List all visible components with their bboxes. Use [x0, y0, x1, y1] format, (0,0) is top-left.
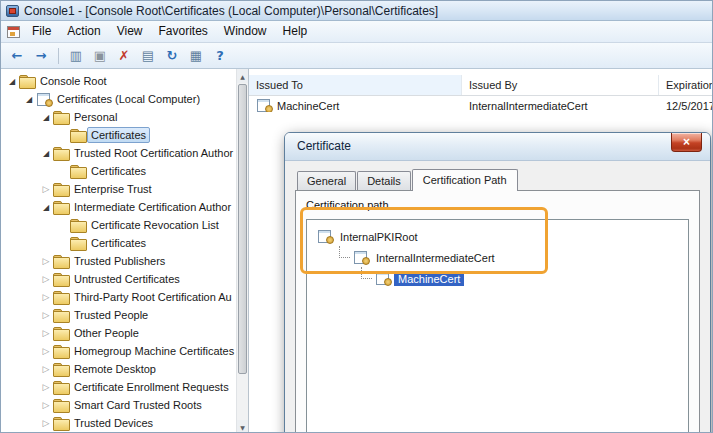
- tree-item-label: Console Root: [36, 73, 111, 89]
- tree-item-other-people[interactable]: ▷Other People: [1, 324, 236, 342]
- dialog-tabs: GeneralDetailsCertification Path: [295, 169, 700, 190]
- folder-icon: [53, 111, 70, 124]
- tab-certification-path[interactable]: Certification Path: [412, 169, 518, 191]
- menu-item-help[interactable]: Help: [275, 21, 316, 42]
- tree-item-label: Trusted Devices: [70, 415, 157, 431]
- back-icon[interactable]: ←: [6, 46, 28, 66]
- help-icon[interactable]: ?: [209, 46, 231, 66]
- expander-collapsed-icon[interactable]: ▷: [39, 256, 53, 266]
- folder-icon: [53, 309, 70, 322]
- mmc-window: Console1 - [Console Root\Certificates (L…: [0, 0, 713, 433]
- list-row[interactable]: MachineCertInternalIntermediateCert12/5/…: [249, 96, 712, 115]
- window-title: Console1 - [Console Root\Certificates (L…: [24, 4, 438, 18]
- scrollbar-down-icon[interactable]: ▼: [237, 420, 248, 433]
- expander-collapsed-icon[interactable]: ▷: [39, 382, 53, 392]
- folder-icon: [53, 291, 70, 304]
- cert-path-node-internalintermediatecert[interactable]: InternalIntermediateCert: [313, 247, 682, 268]
- tree-item-label: Trusted Publishers: [70, 253, 169, 269]
- certification-path-label: Certification path: [306, 199, 689, 215]
- expander-collapsed-icon[interactable]: ▷: [39, 364, 53, 374]
- tree-item-third-party-root-certification-au[interactable]: ▷Third-Party Root Certification Au: [1, 288, 236, 306]
- copy-icon[interactable]: ▣: [89, 46, 111, 66]
- tree-item-trusted-publishers[interactable]: ▷Trusted Publishers: [1, 252, 236, 270]
- tree-item-trusted-root-certification-author[interactable]: ◢Trusted Root Certification Author: [1, 144, 236, 162]
- cert-path-node-machinecert[interactable]: MachineCert: [313, 268, 682, 289]
- menu-item-file[interactable]: File: [24, 21, 59, 42]
- tree-item-untrusted-certificates[interactable]: ▷Untrusted Certificates: [1, 270, 236, 288]
- tree-item-certificate-revocation-list[interactable]: Certificate Revocation List: [1, 216, 236, 234]
- cell-text: 12/5/2017: [666, 100, 712, 112]
- expander-collapsed-icon[interactable]: ▷: [39, 418, 53, 428]
- tree-item-certificates-local-computer[interactable]: ◢Certificates (Local Computer): [1, 90, 236, 108]
- list-cell: MachineCert: [249, 99, 462, 112]
- forward-icon[interactable]: →: [30, 46, 52, 66]
- folder-icon: [53, 273, 70, 286]
- cell-text: MachineCert: [277, 100, 339, 112]
- expander-collapsed-icon[interactable]: ▷: [39, 274, 53, 284]
- tree-item-intermediate-certification-author[interactable]: ◢Intermediate Certification Author: [1, 198, 236, 216]
- title-bar: Console1 - [Console Root\Certificates (L…: [1, 1, 712, 21]
- tree-item-remote-desktop[interactable]: ▷Remote Desktop: [1, 360, 236, 378]
- cert-path-label: InternalPKIRoot: [336, 230, 422, 244]
- tree-item-trusted-people[interactable]: ▷Trusted People: [1, 306, 236, 324]
- properties-icon[interactable]: ▤: [137, 46, 159, 66]
- toolbar-separator: [58, 48, 59, 64]
- tree-item-label: Third-Party Root Certification Au: [70, 289, 236, 305]
- tab-details[interactable]: Details: [357, 171, 411, 190]
- expander-collapsed-icon[interactable]: ▷: [39, 292, 53, 302]
- refresh-icon[interactable]: ↻: [161, 46, 183, 66]
- expander-expanded-icon[interactable]: ◢: [5, 77, 19, 86]
- tree-item-certificate-enrollment-requests[interactable]: ▷Certificate Enrollment Requests: [1, 378, 236, 396]
- column-header-issued-to[interactable]: Issued To: [249, 75, 462, 95]
- expander-collapsed-icon[interactable]: ▷: [39, 400, 53, 410]
- expander-collapsed-icon[interactable]: ▷: [39, 184, 53, 194]
- menu-item-action[interactable]: Action: [59, 21, 108, 42]
- tree-item-enterprise-trust[interactable]: ▷Enterprise Trust: [1, 180, 236, 198]
- scrollbar-thumb[interactable]: [238, 84, 247, 374]
- folder-icon: [53, 417, 70, 430]
- menu-item-view[interactable]: View: [109, 21, 151, 42]
- tree-scrollbar[interactable]: ▲ ▼: [236, 69, 248, 433]
- tree-item-certificates[interactable]: Certificates: [1, 234, 236, 252]
- certificate-icon: [317, 230, 334, 243]
- expander-collapsed-icon[interactable]: ▷: [39, 328, 53, 338]
- certification-path-tree: InternalPKIRootInternalIntermediateCertM…: [313, 226, 682, 289]
- mmc-console-icon: [6, 5, 19, 17]
- cert-path-node-internalpkiroot[interactable]: InternalPKIRoot: [313, 226, 682, 247]
- expander-collapsed-icon[interactable]: ▷: [39, 346, 53, 356]
- column-header-issued-by[interactable]: Issued By: [462, 75, 659, 95]
- tree-item-personal[interactable]: ◢Personal: [1, 108, 236, 126]
- export-list-icon[interactable]: ▦: [185, 46, 207, 66]
- certificate-icon: [256, 99, 273, 112]
- cert-path-label: MachineCert: [394, 272, 464, 286]
- tree-item-certificates[interactable]: Certificates: [1, 162, 236, 180]
- menu-item-window[interactable]: Window: [216, 21, 275, 42]
- expander-expanded-icon[interactable]: ◢: [39, 203, 53, 212]
- tree-item-console-root[interactable]: ◢Console Root: [1, 72, 236, 90]
- child-window-icon[interactable]: [7, 26, 20, 38]
- list-header: Issued ToIssued ByExpiration D: [249, 75, 712, 96]
- expander-expanded-icon[interactable]: ◢: [22, 95, 36, 104]
- tab-general[interactable]: General: [297, 171, 356, 190]
- expander-expanded-icon[interactable]: ◢: [39, 149, 53, 158]
- tree-connector: [361, 267, 372, 279]
- tree-item-certificates[interactable]: Certificates: [1, 126, 236, 144]
- tree-item-trusted-devices[interactable]: ▷Trusted Devices: [1, 414, 236, 432]
- column-header-expiration-d[interactable]: Expiration D: [659, 75, 712, 95]
- close-button[interactable]: ×: [671, 133, 702, 152]
- delete-icon[interactable]: ✗: [113, 46, 135, 66]
- folder-icon: [70, 129, 87, 142]
- tree-item-label: Homegroup Machine Certificates: [70, 343, 236, 359]
- expander-expanded-icon[interactable]: ◢: [39, 113, 53, 122]
- tree-item-label: Certificates (Local Computer): [53, 91, 204, 107]
- tree-item-homegroup-machine-certificates[interactable]: ▷Homegroup Machine Certificates: [1, 342, 236, 360]
- cell-text: InternalIntermediateCert: [469, 100, 588, 112]
- tree-item-smart-card-trusted-roots[interactable]: ▷Smart Card Trusted Roots: [1, 396, 236, 414]
- console-tree: ◢Console Root◢Certificates (Local Comput…: [1, 69, 236, 433]
- folder-icon: [53, 201, 70, 214]
- expander-collapsed-icon[interactable]: ▷: [39, 310, 53, 320]
- menu-item-favorites[interactable]: Favorites: [151, 21, 216, 42]
- dialog-title-bar: Certificate ×: [285, 133, 710, 161]
- show-console-tree-icon[interactable]: ▥: [65, 46, 87, 66]
- scrollbar-up-icon[interactable]: ▲: [237, 69, 248, 83]
